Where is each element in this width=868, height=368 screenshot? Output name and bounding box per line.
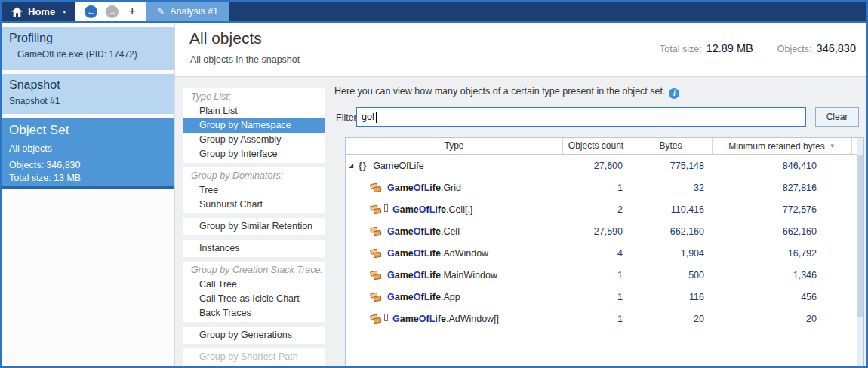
snapshot-panel[interactable]: Snapshot Snapshot #1 (2, 74, 174, 114)
menu-item-group-by-similar-retention[interactable]: Group by Similar Retention (183, 219, 325, 234)
dotmemory-window: Home ▾ ← → + ✎ Analysis #1 Profiling Gam… (0, 0, 868, 368)
bytes-cell: 110,416 (629, 204, 712, 215)
bytes-cell: 500 (629, 270, 712, 281)
new-analysis-button[interactable]: + (127, 2, 137, 21)
menu-group-label-group-by-dominators: Group by Dominators: (183, 169, 325, 183)
titlebar: Home ▾ ← → + ✎ Analysis #1 (2, 2, 866, 23)
text-caret (376, 112, 377, 123)
menu-section: Type List:Plain ListGroup by NamespaceGr… (183, 88, 325, 163)
type-cell: GameOfLife.App (346, 292, 562, 302)
column-header-bytes[interactable]: Bytes (629, 138, 712, 155)
menu-section: Group by Similar Retention (183, 218, 325, 235)
table-row[interactable]: GameOfLife.AdWindow41,90416,792 (346, 242, 863, 264)
description-label: Here you can view how many objects of a … (334, 86, 665, 97)
menu-section: Group by Dominators:TreeSunburst Chart (183, 167, 325, 213)
profiling-process: GameOfLife.exe (PID: 17472) (9, 49, 167, 60)
menu-item-group-by-interface[interactable]: Group by Interface (183, 147, 325, 161)
array-icon (384, 204, 388, 212)
profiling-panel[interactable]: Profiling GameOfLife.exe (PID: 17472) (2, 27, 174, 70)
scrollbar-thumb[interactable] (857, 155, 863, 317)
menu-item-call-tree[interactable]: Call Tree (183, 278, 325, 292)
bytes-cell: 775,148 (629, 161, 712, 171)
description-text: Here you can view how many objects of a … (334, 86, 679, 99)
titlebar-empty-area (229, 2, 866, 21)
column-header-type[interactable]: Type (346, 138, 562, 155)
menu-item-group-by-shortest-path: Group by Shortest Path (183, 350, 325, 364)
sort-desc-icon: ▼ (830, 143, 836, 149)
expand-collapse-icon[interactable]: ◢ (349, 162, 359, 169)
menu-item-group-by-namespace[interactable]: Group by Namespace (183, 118, 325, 133)
table-header: Type Objects count Bytes Minimum retaine… (346, 138, 863, 155)
type-cell: GameOfLife.AdWindow[] (346, 314, 562, 324)
table-row[interactable]: GameOfLife.Grid132827,816 (346, 176, 863, 198)
type-cell: GameOfLife.MainWindow (346, 270, 562, 281)
home-label: Home (28, 6, 55, 17)
sorted-column-label: Minimum retained bytes (728, 141, 824, 152)
menu-item-instances[interactable]: Instances (183, 241, 325, 256)
type-cell: ◢{}GameOfLife (346, 161, 562, 171)
object-set-scope: All objects (9, 143, 167, 155)
menu-item-plain-list[interactable]: Plain List (183, 104, 325, 118)
menu-group-label-type-list: Type List: (183, 90, 325, 104)
filter-input[interactable] (356, 107, 806, 127)
objects-count-cell: 1 (562, 270, 629, 281)
home-button[interactable]: Home ▾ (2, 2, 75, 21)
content-area: Type List:Plain ListGroup by NamespaceGr… (175, 77, 866, 366)
objects-table: Type Objects count Bytes Minimum retaine… (345, 137, 864, 366)
objects-stat: Objects: 346,830 (777, 42, 856, 54)
minimum-retained-bytes-cell: 846,410 (712, 161, 856, 171)
column-header-objects-count[interactable]: Objects count (562, 138, 629, 155)
table-row[interactable]: GameOfLife.Cell[,]2110,416772,576 (346, 198, 863, 220)
pencil-icon: ✎ (157, 6, 165, 17)
menu-section: Group by Creation Stack Trace:Call TreeC… (183, 262, 325, 322)
chevron-down-icon[interactable]: ▾ (63, 8, 66, 15)
menu-item-group-by-assembly[interactable]: Group by Assembly (183, 133, 325, 147)
workspace-sidebar: Profiling GameOfLife.exe (PID: 17472) Sn… (2, 23, 175, 366)
forward-button[interactable]: → (106, 5, 119, 18)
table-row[interactable]: ◢{}GameOfLife27,600775,148846,410 (346, 155, 863, 176)
objects-count-cell: 1 (562, 314, 629, 324)
back-button[interactable]: ← (85, 5, 97, 18)
type-name: GameOfLife.Cell (387, 226, 460, 237)
snapshot-title: Snapshot (9, 78, 167, 92)
objects-value: 346,830 (817, 42, 856, 54)
clear-button[interactable]: Clear (815, 107, 859, 127)
menu-item-tree[interactable]: Tree (183, 183, 325, 198)
bytes-cell: 20 (629, 314, 712, 324)
class-icon (370, 248, 382, 259)
total-size-value: 12.89 MB (706, 42, 753, 54)
menu-item-sunburst-chart[interactable]: Sunburst Chart (183, 198, 325, 212)
bytes-cell: 1,904 (629, 248, 712, 259)
minimum-retained-bytes-cell: 827,816 (712, 182, 856, 193)
column-header-minimum-retained-bytes[interactable]: Minimum retained bytes▼ (712, 138, 851, 155)
minimum-retained-bytes-cell: 1,346 (712, 270, 856, 281)
objects-count-cell: 4 (562, 248, 629, 259)
bytes-cell: 662,160 (629, 226, 712, 237)
page-header: All objects All objects in the snapshot … (175, 23, 866, 77)
type-cell: GameOfLife.Cell[,] (346, 204, 562, 215)
tab-label: Analysis #1 (170, 6, 218, 17)
page-subtitle: All objects in the snapshot (190, 54, 300, 65)
class-icon (370, 226, 382, 237)
menu-item-call-tree-as-icicle-chart[interactable]: Call Tree as Icicle Chart (183, 292, 325, 306)
object-set-panel[interactable]: Object Set All objects Objects: 346,830 … (2, 118, 174, 189)
table-row[interactable]: GameOfLife.App1116456 (346, 286, 863, 308)
minimum-retained-bytes-cell: 772,576 (712, 204, 856, 215)
page-title: All objects (189, 29, 262, 48)
table-body: ◢{}GameOfLife27,600775,148846,410GameOfL… (346, 155, 863, 330)
menu-section: Instances (183, 240, 325, 257)
bytes-cell: 32 (629, 182, 712, 193)
menu-item-group-by-generations[interactable]: Group by Generations (183, 328, 325, 342)
snapshot-name: Snapshot #1 (9, 96, 167, 106)
minimum-retained-bytes-cell: 16,792 (712, 248, 856, 259)
vertical-scrollbar[interactable] (857, 138, 863, 366)
table-row[interactable]: GameOfLife.AdWindow[]12020 (346, 308, 863, 330)
tab-analysis-1[interactable]: ✎ Analysis #1 (146, 2, 229, 21)
type-name: GameOfLife.Cell[,] (392, 204, 472, 215)
menu-item-back-traces[interactable]: Back Traces (183, 306, 325, 320)
info-icon[interactable]: i (669, 88, 679, 99)
table-row[interactable]: GameOfLife.MainWindow15001,346 (346, 264, 863, 286)
forward-arrow-icon: → (108, 7, 116, 16)
array-icon (384, 314, 388, 321)
table-row[interactable]: GameOfLife.Cell27,590662,160662,160 (346, 220, 863, 242)
